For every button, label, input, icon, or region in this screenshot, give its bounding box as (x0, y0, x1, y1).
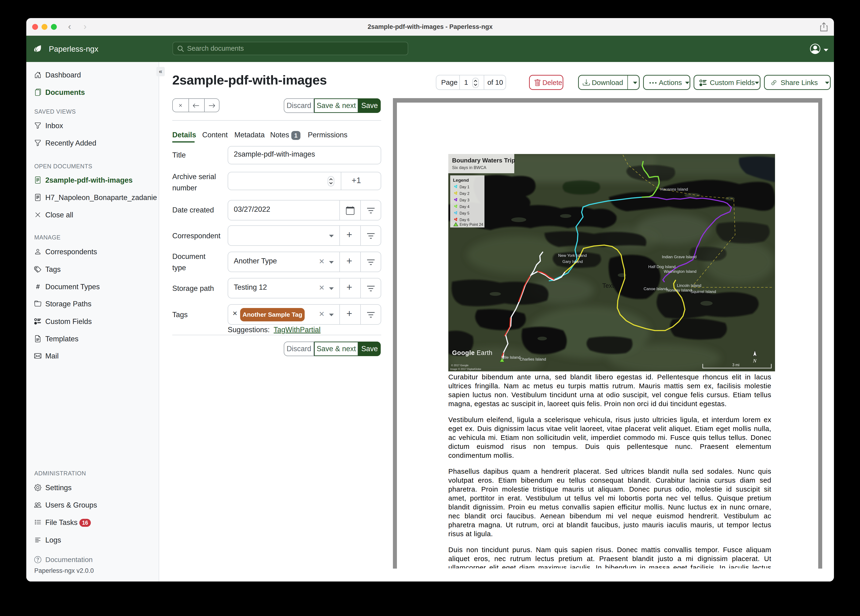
svg-text:Day 3: Day 3 (460, 198, 469, 202)
svg-text:© 2017 Google: © 2017 Google (451, 364, 469, 367)
svg-text:Legend: Legend (453, 178, 469, 183)
svg-text:Boundary Waters Trip: Boundary Waters Trip (452, 157, 515, 164)
svg-text:Day 2: Day 2 (460, 192, 469, 196)
svg-text:Squirrel Island: Squirrel Island (691, 289, 716, 294)
svg-text:Day 5: Day 5 (460, 211, 469, 215)
svg-text:New York Island: New York Island (558, 253, 587, 258)
svg-text:Gary Island: Gary Island (562, 259, 583, 264)
svg-text:Entry Point 24: Entry Point 24 (460, 223, 483, 226)
svg-text:Washington Island: Washington Island (664, 269, 697, 274)
svg-text:Norway Island: Norway Island (667, 288, 692, 292)
svg-text:Day 4: Day 4 (460, 205, 469, 209)
svg-text:Canoe Island: Canoe Island (643, 287, 667, 291)
svg-text:Charlies Island: Charlies Island (519, 357, 546, 361)
svg-text:Mile Island: Mile Island (501, 355, 520, 360)
svg-text:Day 6: Day 6 (460, 218, 469, 222)
svg-text:Half Dog Island: Half Dog Island (648, 265, 675, 269)
svg-text:Indian Grave Island: Indian Grave Island (662, 255, 697, 259)
svg-text:N: N (753, 358, 757, 364)
svg-text:Image © 2017 DigitalGlobe: Image © 2017 DigitalGlobe (450, 368, 481, 371)
svg-text:Hausons Island: Hausons Island (661, 187, 688, 192)
svg-text:Six days in BWCA: Six days in BWCA (452, 165, 486, 170)
svg-text:Text: Text (602, 282, 614, 289)
svg-text:3 mi: 3 mi (732, 363, 739, 367)
svg-text:Lincoln Island: Lincoln Island (677, 283, 701, 288)
svg-text:Google Earth: Google Earth (452, 349, 493, 356)
svg-text:Day 1: Day 1 (460, 185, 469, 189)
